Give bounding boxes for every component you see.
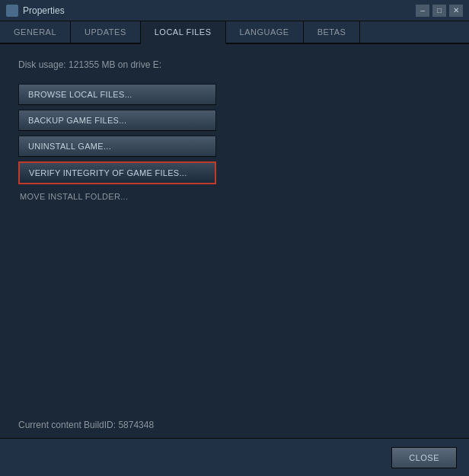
backup-game-files-button[interactable]: BACKUP GAME FILES... [18,110,216,131]
tabs-bar: GENERAL UPDATES LOCAL FILES LANGUAGE BET… [0,21,469,44]
uninstall-game-button[interactable]: UNINSTALL GAME... [18,136,216,157]
tab-local-files[interactable]: LOCAL FILES [141,21,226,44]
maximize-button[interactable]: □ [432,5,446,17]
window-controls: – □ ✕ [416,5,463,17]
tab-language[interactable]: LANGUAGE [226,21,304,43]
app-icon [6,5,18,17]
title-bar-left: Properties [6,5,65,17]
browse-local-files-button[interactable]: BROWSE LOCAL FILES... [18,84,216,105]
footer-bar: CLOSE [0,438,469,476]
window-close-button[interactable]: ✕ [449,5,463,17]
title-bar: Properties – □ ✕ [0,0,469,21]
build-id-label: Current content BuildID: 5874348 [18,420,154,430]
window-title: Properties [23,5,65,16]
tab-betas[interactable]: BETAS [304,21,361,43]
tab-general[interactable]: GENERAL [0,21,71,43]
close-button[interactable]: CLOSE [391,447,457,468]
move-install-folder-button[interactable]: MOVE INSTALL FOLDER... [18,189,216,204]
disk-usage-label: Disk usage: 121355 MB on drive E: [18,59,451,70]
tab-updates[interactable]: UPDATES [71,21,141,43]
action-buttons: BROWSE LOCAL FILES... BACKUP GAME FILES.… [18,84,216,204]
main-content: Disk usage: 121355 MB on drive E: BROWSE… [0,44,469,219]
verify-integrity-button[interactable]: VERIFY INTEGRITY OF GAME FILES... [18,161,216,184]
minimize-button[interactable]: – [416,5,429,17]
